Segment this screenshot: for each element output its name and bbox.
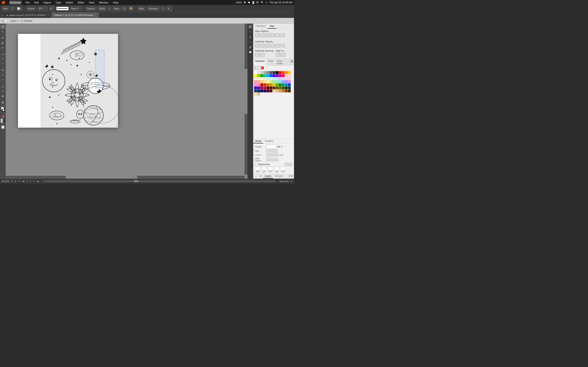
more-tools[interactable]: ··· <box>1 131 4 134</box>
swatch-color[interactable] <box>276 80 278 83</box>
swatch-color[interactable] <box>263 80 266 83</box>
edit-icon[interactable] <box>8 20 9 22</box>
scroll-thumb-v[interactable] <box>245 69 247 114</box>
tab-color[interactable]: Color <box>267 59 275 66</box>
opacity-expand[interactable]: › <box>108 6 111 11</box>
swatch-color[interactable] <box>279 83 282 86</box>
dist-top-btn[interactable]: ⬜ <box>270 44 275 48</box>
align-btn[interactable]: Align <box>138 6 145 11</box>
swatch-color[interactable] <box>260 83 263 86</box>
swatch-color[interactable] <box>263 83 266 86</box>
stroke-align-inside[interactable] <box>270 158 274 161</box>
swatch-color[interactable] <box>282 74 285 77</box>
swatch-color[interactable] <box>273 77 276 80</box>
menu-illustrator[interactable]: Illustrator <box>9 1 22 4</box>
arrow-left-icon[interactable]: ◁ <box>2 19 3 22</box>
swatch-color[interactable] <box>285 80 288 83</box>
canvas-area[interactable] <box>6 24 247 179</box>
stroke-weight-input[interactable]: ⬆⬇ <box>38 6 48 11</box>
dist-bottom-btn[interactable]: ⬜ <box>281 44 285 48</box>
menu-file[interactable]: File <box>25 1 30 4</box>
swatch-color[interactable] <box>282 86 285 89</box>
eraser-tool[interactable]: ◻ <box>1 84 5 89</box>
new-layer-icon[interactable]: ⊕ <box>288 175 290 177</box>
swatch-color[interactable] <box>282 80 285 83</box>
swatch-color[interactable] <box>276 74 278 77</box>
swatch-color[interactable] <box>276 71 278 74</box>
swatch-color[interactable] <box>267 86 269 89</box>
ai-btn-3[interactable]: ⊕ <box>248 35 252 39</box>
prev-btn[interactable]: ◁ <box>26 180 28 183</box>
dist-left-btn[interactable]: ⬜ <box>255 44 259 48</box>
swatch-color[interactable] <box>276 77 278 80</box>
control-center-icon[interactable]: ≡ <box>266 1 267 4</box>
tab-transform[interactable]: Transform <box>253 24 268 29</box>
opacity-value[interactable]: 100% <box>98 6 106 11</box>
page-num[interactable]: 1 <box>30 180 31 183</box>
tab-layers-active[interactable]: Layers <box>263 174 273 178</box>
swatch-color[interactable] <box>269 80 272 83</box>
warp-tool[interactable]: 〰 <box>1 78 5 82</box>
stroke-cap-round[interactable] <box>270 149 274 152</box>
swatch-color[interactable] <box>273 80 276 83</box>
puppet-wrap-btn[interactable]: ⟐ <box>161 6 165 11</box>
swatch-color[interactable] <box>269 83 272 86</box>
swatch-color[interactable] <box>288 86 291 89</box>
dashed-line-checkbox[interactable] <box>255 163 258 166</box>
gradient-box[interactable] <box>1 118 5 123</box>
swatch-color[interactable] <box>269 74 272 77</box>
stroke-cap-square[interactable] <box>274 149 278 152</box>
align-bottom-btn[interactable]: ⬜ <box>281 33 285 37</box>
swatch-color[interactable] <box>254 90 257 92</box>
swatch-color[interactable] <box>282 77 285 80</box>
stroke-weight-dropdown[interactable]: ▾ <box>281 146 282 148</box>
stroke-corner-bevel[interactable] <box>274 153 278 157</box>
menu-type[interactable]: Type <box>54 1 62 4</box>
swatch-color[interactable] <box>267 83 269 86</box>
dash-1-input[interactable] <box>255 167 261 170</box>
swatch-color[interactable] <box>260 71 263 74</box>
dash-3-input[interactable] <box>280 167 286 170</box>
swatch-color[interactable] <box>260 90 263 92</box>
align-to-artboard-btn[interactable]: ⬜ <box>281 53 285 57</box>
swatch-color[interactable] <box>257 92 260 95</box>
swatch-color[interactable] <box>269 90 272 92</box>
scissor-tool[interactable]: ✂ <box>1 89 5 93</box>
swatch-color[interactable] <box>288 83 291 86</box>
stroke-cap-butt[interactable] <box>266 149 270 152</box>
swatch-color[interactable] <box>257 71 260 74</box>
swatch-color[interactable] <box>260 86 263 89</box>
layer-name[interactable]: Layer 1 <box>10 20 18 22</box>
pen-tool[interactable]: ✒ <box>1 36 5 40</box>
stroke-weight-input[interactable] <box>266 145 276 149</box>
swatch-color[interactable] <box>273 83 276 86</box>
zoom-dropdown[interactable]: ▾ <box>11 180 12 183</box>
menu-help[interactable]: Help <box>112 1 119 4</box>
swatch-color[interactable] <box>269 77 272 80</box>
swatch-color[interactable] <box>254 71 257 74</box>
next-page-btn[interactable]: ⏭ <box>37 180 39 183</box>
basic-dropdown[interactable]: Basic ▾ <box>70 6 82 11</box>
zoom-tool[interactable]: ⊕ <box>1 94 5 98</box>
tab-2[interactable]: Untitled-1* @ 33.32 % (CMYK/Preview) ✕ <box>52 12 99 18</box>
swatch-color[interactable] <box>285 86 288 89</box>
swatch-color[interactable] <box>257 83 260 86</box>
swatch-color[interactable] <box>279 74 282 77</box>
menu-effect[interactable]: Effect <box>77 1 85 4</box>
swatch-color[interactable] <box>263 71 266 74</box>
swatch-color[interactable] <box>285 74 288 77</box>
scroll-v[interactable] <box>245 24 247 175</box>
swatch-color[interactable] <box>267 80 269 83</box>
swatch-color[interactable] <box>288 80 291 83</box>
dash-type-2[interactable] <box>289 163 292 166</box>
swatch-color[interactable] <box>254 80 257 83</box>
swatch-color[interactable] <box>285 83 288 86</box>
tab-gradient[interactable]: Gradient <box>263 139 275 143</box>
swatch-red-special[interactable] <box>261 67 264 69</box>
swatch-color[interactable] <box>267 71 269 74</box>
style-color-box[interactable]: ▾ <box>122 6 127 11</box>
swatch-color[interactable] <box>263 77 266 80</box>
stroke-corner-round[interactable] <box>270 153 274 157</box>
swatch-color[interactable] <box>267 77 269 80</box>
align-left-btn[interactable]: ⬜ <box>255 33 259 37</box>
